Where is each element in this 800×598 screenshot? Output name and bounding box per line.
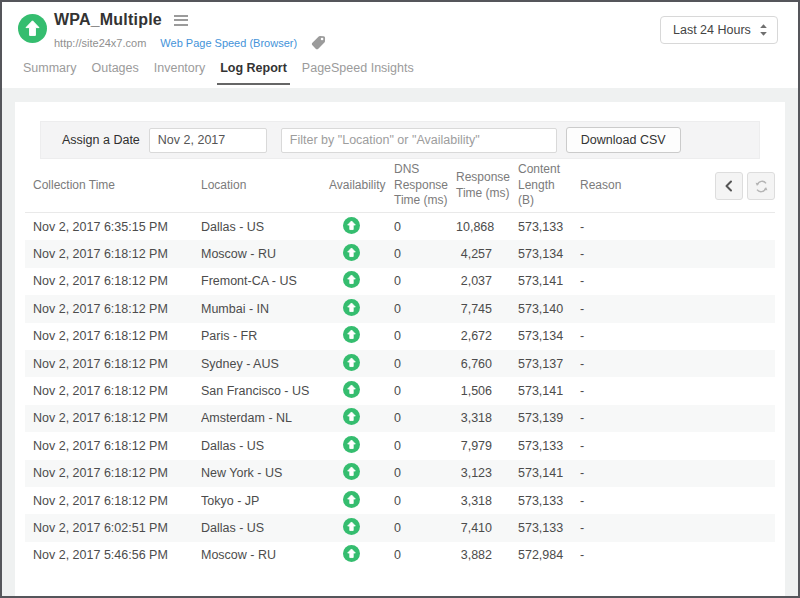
cell-response-time: 2,037 (456, 274, 518, 288)
cell-response-time: 2,672 (456, 329, 518, 343)
cell-availability (329, 381, 394, 401)
availability-up-icon (343, 518, 360, 535)
cell-response-time: 1,506 (456, 384, 518, 398)
cell-location: Fremont-CA - US (201, 274, 329, 288)
cell-location: Amsterdam - NL (201, 411, 329, 425)
cell-reason: - (580, 521, 775, 535)
monitor-header: WPA_Multiple http://site24x7.com Web Pag… (2, 2, 798, 60)
cell-availability (329, 463, 394, 483)
tab-summary[interactable]: Summary (20, 60, 79, 83)
table-row: Nov 2, 2017 6:18:12 PMDallas - US 07,979… (25, 432, 775, 459)
cell-content-length: 573,137 (518, 357, 580, 371)
cell-location: San Francisco - US (201, 384, 329, 398)
cell-response-time: 6,760 (456, 357, 518, 371)
cell-collection-time: Nov 2, 2017 6:18:12 PM (33, 357, 201, 371)
cell-content-length: 573,139 (518, 411, 580, 425)
cell-reason: - (580, 384, 775, 398)
tab-inventory[interactable]: Inventory (151, 60, 208, 83)
cell-location: New York - US (201, 466, 329, 480)
cell-content-length: 573,133 (518, 494, 580, 508)
cell-reason: - (580, 329, 775, 343)
cell-dns-response-time: 0 (394, 274, 456, 288)
menu-icon[interactable] (172, 13, 190, 28)
cell-content-length: 573,133 (518, 521, 580, 535)
col-content-length: Content Length (B) (518, 162, 580, 209)
cell-availability (329, 354, 394, 374)
tab-bar: SummaryOutagesInventoryLog ReportPageSpe… (2, 60, 798, 88)
table-row: Nov 2, 2017 5:46:56 PMMoscow - RU 03,882… (25, 542, 775, 569)
cell-response-time: 3,123 (456, 466, 518, 480)
tab-pagespeed-insights[interactable]: PageSpeed Insights (299, 60, 417, 83)
cell-response-time: 10,868 (456, 220, 518, 234)
table-row: Nov 2, 2017 6:18:12 PMFremont-CA - US 02… (25, 268, 775, 295)
cell-reason: - (580, 247, 775, 261)
availability-up-icon (343, 545, 360, 562)
log-table: Collection Time Location Availability DN… (25, 159, 775, 569)
cell-reason: - (580, 466, 775, 480)
cell-collection-time: Nov 2, 2017 6:35:15 PM (33, 220, 201, 234)
refresh-button[interactable] (747, 172, 775, 200)
cell-collection-time: Nov 2, 2017 6:18:12 PM (33, 274, 201, 288)
cell-content-length: 573,134 (518, 247, 580, 261)
cell-content-length: 573,141 (518, 274, 580, 288)
cell-location: Dallas - US (201, 220, 329, 234)
cell-reason: - (580, 548, 775, 562)
refresh-icon (754, 179, 769, 194)
pager-back-button[interactable] (715, 172, 743, 200)
cell-location: Tokyo - JP (201, 494, 329, 508)
cell-response-time: 7,979 (456, 439, 518, 453)
availability-up-icon (343, 299, 360, 316)
cell-reason: - (580, 439, 775, 453)
time-range-select[interactable]: Last 24 Hours (660, 16, 778, 44)
page-title: WPA_Multiple (54, 11, 162, 29)
monitor-type-link[interactable]: Web Page Speed (Browser) (160, 37, 297, 49)
cell-location: Moscow - RU (201, 247, 329, 261)
cell-dns-response-time: 0 (394, 384, 456, 398)
cell-location: Dallas - US (201, 439, 329, 453)
download-csv-button[interactable]: Download CSV (566, 127, 681, 153)
availability-up-icon (343, 436, 360, 453)
filter-input[interactable] (281, 128, 557, 153)
table-row: Nov 2, 2017 6:35:15 PMDallas - US 010,86… (25, 213, 775, 240)
cell-dns-response-time: 0 (394, 247, 456, 261)
date-input[interactable] (149, 128, 267, 153)
table-row: Nov 2, 2017 6:18:12 PMSydney - AUS 06,76… (25, 350, 775, 377)
cell-availability (329, 244, 394, 264)
tag-icon[interactable] (311, 35, 326, 50)
cell-reason: - (580, 220, 775, 234)
cell-content-length: 573,133 (518, 220, 580, 234)
cell-availability (329, 271, 394, 291)
availability-up-icon (343, 463, 360, 480)
cell-collection-time: Nov 2, 2017 6:18:12 PM (33, 439, 201, 453)
cell-collection-time: Nov 2, 2017 6:18:12 PM (33, 302, 201, 316)
cell-dns-response-time: 0 (394, 521, 456, 535)
cell-availability (329, 217, 394, 237)
cell-reason: - (580, 357, 775, 371)
cell-reason: - (580, 411, 775, 425)
table-row: Nov 2, 2017 6:18:12 PMNew York - US 03,1… (25, 460, 775, 487)
table-row: Nov 2, 2017 6:18:12 PMTokyo - JP 03,3185… (25, 487, 775, 514)
log-report-card: Assign a Date Download CSV Collection Ti… (15, 102, 785, 596)
cell-collection-time: Nov 2, 2017 6:18:12 PM (33, 411, 201, 425)
cell-dns-response-time: 0 (394, 466, 456, 480)
date-label: Assign a Date (62, 133, 140, 147)
cell-location: Mumbai - IN (201, 302, 329, 316)
col-response-time: Response Time (ms) (456, 170, 518, 201)
cell-content-length: 573,141 (518, 466, 580, 480)
tab-outages[interactable]: Outages (88, 60, 141, 83)
cell-location: Dallas - US (201, 521, 329, 535)
monitor-url: http://site24x7.com (54, 37, 146, 49)
table-row: Nov 2, 2017 6:18:12 PMSan Francisco - US… (25, 377, 775, 404)
cell-location: Moscow - RU (201, 548, 329, 562)
table-header-row: Collection Time Location Availability DN… (25, 159, 775, 213)
table-row: Nov 2, 2017 6:18:12 PMMoscow - RU 04,257… (25, 240, 775, 267)
table-row: Nov 2, 2017 6:18:12 PMParis - FR 02,6725… (25, 323, 775, 350)
cell-reason: - (580, 302, 775, 316)
availability-up-icon (343, 271, 360, 288)
cell-location: Sydney - AUS (201, 357, 329, 371)
cell-dns-response-time: 0 (394, 329, 456, 343)
availability-up-icon (343, 354, 360, 371)
availability-up-icon (343, 408, 360, 425)
table-body: Nov 2, 2017 6:35:15 PMDallas - US 010,86… (25, 213, 775, 569)
tab-log-report[interactable]: Log Report (217, 60, 290, 85)
